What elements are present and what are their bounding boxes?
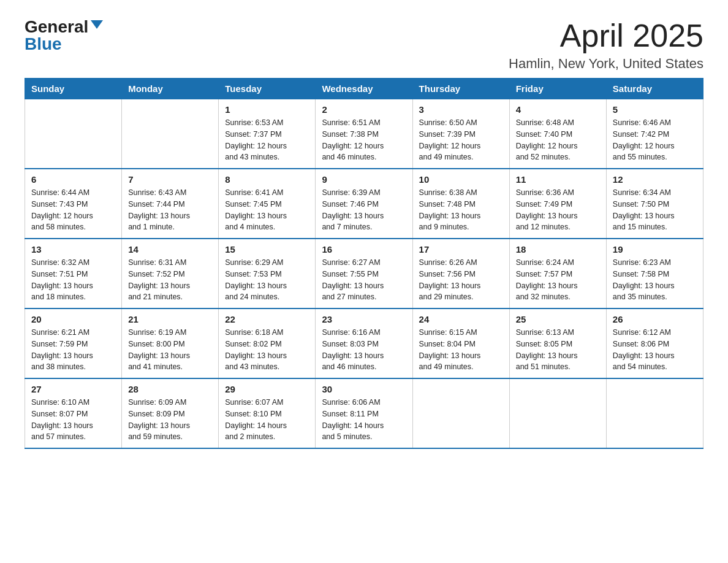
day-info: Sunrise: 6:19 AM Sunset: 8:00 PM Dayligh… [128, 327, 212, 373]
calendar-cell: 17Sunrise: 6:26 AM Sunset: 7:56 PM Dayli… [412, 239, 509, 308]
calendar-week-3: 13Sunrise: 6:32 AM Sunset: 7:51 PM Dayli… [25, 239, 703, 308]
day-info: Sunrise: 6:31 AM Sunset: 7:52 PM Dayligh… [128, 257, 212, 303]
day-number: 19 [613, 244, 697, 255]
calendar-cell: 25Sunrise: 6:13 AM Sunset: 8:05 PM Dayli… [509, 308, 606, 378]
page-subtitle: Hamlin, New York, United States [509, 56, 703, 72]
calendar-week-5: 27Sunrise: 6:10 AM Sunset: 8:07 PM Dayli… [25, 378, 703, 448]
calendar-cell: 1Sunrise: 6:53 AM Sunset: 7:37 PM Daylig… [219, 99, 316, 169]
calendar-cell [122, 99, 219, 169]
calendar-week-2: 6Sunrise: 6:44 AM Sunset: 7:43 PM Daylig… [25, 169, 703, 239]
logo-general: General [25, 18, 88, 36]
day-info: Sunrise: 6:43 AM Sunset: 7:44 PM Dayligh… [128, 187, 212, 233]
day-number: 1 [225, 104, 309, 115]
calendar-cell [412, 378, 509, 448]
calendar-cell [25, 99, 122, 169]
day-number: 5 [613, 104, 697, 115]
day-info: Sunrise: 6:51 AM Sunset: 7:38 PM Dayligh… [322, 117, 406, 163]
day-info: Sunrise: 6:12 AM Sunset: 8:06 PM Dayligh… [613, 327, 697, 373]
day-info: Sunrise: 6:27 AM Sunset: 7:55 PM Dayligh… [322, 257, 406, 303]
calendar-cell: 16Sunrise: 6:27 AM Sunset: 7:55 PM Dayli… [316, 239, 412, 308]
calendar-cell: 11Sunrise: 6:36 AM Sunset: 7:49 PM Dayli… [509, 169, 606, 239]
calendar-cell: 26Sunrise: 6:12 AM Sunset: 8:06 PM Dayli… [606, 308, 703, 378]
day-number: 2 [322, 104, 406, 115]
day-number: 24 [419, 314, 503, 324]
calendar-cell: 23Sunrise: 6:16 AM Sunset: 8:03 PM Dayli… [316, 308, 412, 378]
day-info: Sunrise: 6:50 AM Sunset: 7:39 PM Dayligh… [419, 117, 503, 163]
calendar-cell: 30Sunrise: 6:06 AM Sunset: 8:11 PM Dayli… [316, 378, 412, 448]
calendar-cell: 5Sunrise: 6:46 AM Sunset: 7:42 PM Daylig… [606, 99, 703, 169]
day-info: Sunrise: 6:38 AM Sunset: 7:48 PM Dayligh… [419, 187, 503, 233]
day-info: Sunrise: 6:21 AM Sunset: 7:59 PM Dayligh… [31, 327, 115, 373]
calendar-week-1: 1Sunrise: 6:53 AM Sunset: 7:37 PM Daylig… [25, 99, 703, 169]
day-info: Sunrise: 6:34 AM Sunset: 7:50 PM Dayligh… [613, 187, 697, 233]
day-info: Sunrise: 6:36 AM Sunset: 7:49 PM Dayligh… [516, 187, 600, 233]
logo-blue: Blue [25, 34, 62, 53]
day-info: Sunrise: 6:46 AM Sunset: 7:42 PM Dayligh… [613, 117, 697, 163]
day-info: Sunrise: 6:16 AM Sunset: 8:03 PM Dayligh… [322, 327, 406, 373]
day-info: Sunrise: 6:10 AM Sunset: 8:07 PM Dayligh… [31, 397, 115, 443]
day-number: 10 [419, 174, 503, 185]
calendar-cell: 8Sunrise: 6:41 AM Sunset: 7:45 PM Daylig… [219, 169, 316, 239]
day-number: 6 [31, 174, 115, 185]
day-number: 3 [419, 104, 503, 115]
calendar-cell: 15Sunrise: 6:29 AM Sunset: 7:53 PM Dayli… [219, 239, 316, 308]
day-number: 8 [225, 174, 309, 185]
column-header-monday: Monday [122, 79, 219, 99]
calendar-cell: 4Sunrise: 6:48 AM Sunset: 7:40 PM Daylig… [509, 99, 606, 169]
column-header-thursday: Thursday [412, 79, 509, 99]
day-info: Sunrise: 6:44 AM Sunset: 7:43 PM Dayligh… [31, 187, 115, 233]
day-number: 29 [225, 384, 309, 394]
calendar-cell: 29Sunrise: 6:07 AM Sunset: 8:10 PM Dayli… [219, 378, 316, 448]
day-info: Sunrise: 6:18 AM Sunset: 8:02 PM Dayligh… [225, 327, 309, 373]
day-number: 30 [322, 384, 406, 394]
day-number: 4 [516, 104, 600, 115]
day-info: Sunrise: 6:23 AM Sunset: 7:58 PM Dayligh… [613, 257, 697, 303]
day-number: 27 [31, 384, 115, 394]
day-number: 18 [516, 244, 600, 255]
column-header-tuesday: Tuesday [219, 79, 316, 99]
day-info: Sunrise: 6:06 AM Sunset: 8:11 PM Dayligh… [322, 397, 406, 443]
day-info: Sunrise: 6:15 AM Sunset: 8:04 PM Dayligh… [419, 327, 503, 373]
logo-triangle-icon [91, 20, 103, 29]
day-info: Sunrise: 6:48 AM Sunset: 7:40 PM Dayligh… [516, 117, 600, 163]
day-number: 14 [128, 244, 212, 255]
calendar-cell: 27Sunrise: 6:10 AM Sunset: 8:07 PM Dayli… [25, 378, 122, 448]
calendar-cell: 10Sunrise: 6:38 AM Sunset: 7:48 PM Dayli… [412, 169, 509, 239]
day-info: Sunrise: 6:09 AM Sunset: 8:09 PM Dayligh… [128, 397, 212, 443]
calendar-table: SundayMondayTuesdayWednesdayThursdayFrid… [25, 78, 703, 449]
day-number: 12 [613, 174, 697, 185]
title-block: April 2025 Hamlin, New York, United Stat… [509, 18, 703, 72]
column-header-saturday: Saturday [606, 79, 703, 99]
day-number: 25 [516, 314, 600, 324]
calendar-cell: 3Sunrise: 6:50 AM Sunset: 7:39 PM Daylig… [412, 99, 509, 169]
column-header-friday: Friday [509, 79, 606, 99]
calendar-cell: 12Sunrise: 6:34 AM Sunset: 7:50 PM Dayli… [606, 169, 703, 239]
page-title: April 2025 [509, 18, 703, 53]
calendar-cell: 6Sunrise: 6:44 AM Sunset: 7:43 PM Daylig… [25, 169, 122, 239]
calendar-cell: 2Sunrise: 6:51 AM Sunset: 7:38 PM Daylig… [316, 99, 412, 169]
day-info: Sunrise: 6:29 AM Sunset: 7:53 PM Dayligh… [225, 257, 309, 303]
day-number: 13 [31, 244, 115, 255]
day-number: 9 [322, 174, 406, 185]
column-header-wednesday: Wednesday [316, 79, 412, 99]
column-header-sunday: Sunday [25, 79, 122, 99]
day-number: 21 [128, 314, 212, 324]
day-number: 28 [128, 384, 212, 394]
day-number: 11 [516, 174, 600, 185]
calendar-cell [606, 378, 703, 448]
day-number: 7 [128, 174, 212, 185]
day-number: 16 [322, 244, 406, 255]
calendar-cell: 18Sunrise: 6:24 AM Sunset: 7:57 PM Dayli… [509, 239, 606, 308]
calendar-cell: 28Sunrise: 6:09 AM Sunset: 8:09 PM Dayli… [122, 378, 219, 448]
calendar-cell: 22Sunrise: 6:18 AM Sunset: 8:02 PM Dayli… [219, 308, 316, 378]
day-info: Sunrise: 6:53 AM Sunset: 7:37 PM Dayligh… [225, 117, 309, 163]
day-number: 20 [31, 314, 115, 324]
calendar-cell: 24Sunrise: 6:15 AM Sunset: 8:04 PM Dayli… [412, 308, 509, 378]
calendar-cell: 19Sunrise: 6:23 AM Sunset: 7:58 PM Dayli… [606, 239, 703, 308]
calendar-cell: 9Sunrise: 6:39 AM Sunset: 7:46 PM Daylig… [316, 169, 412, 239]
day-number: 17 [419, 244, 503, 255]
day-info: Sunrise: 6:39 AM Sunset: 7:46 PM Dayligh… [322, 187, 406, 233]
day-info: Sunrise: 6:41 AM Sunset: 7:45 PM Dayligh… [225, 187, 309, 233]
day-number: 26 [613, 314, 697, 324]
calendar-week-4: 20Sunrise: 6:21 AM Sunset: 7:59 PM Dayli… [25, 308, 703, 378]
